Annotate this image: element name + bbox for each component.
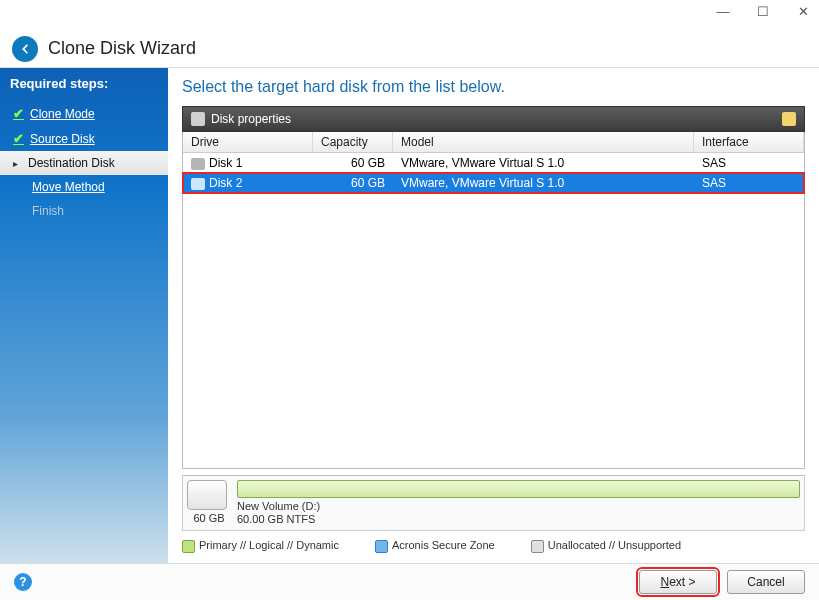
disk-properties-header: Disk properties	[182, 106, 805, 132]
step-clone-mode[interactable]: ✔Clone Mode	[10, 101, 158, 126]
col-model[interactable]: Model	[393, 132, 694, 152]
step-finish: Finish	[10, 199, 158, 223]
disk-preview: 60 GB New Volume (D:) 60.00 GB NTFS	[182, 475, 805, 531]
volume-name: New Volume (D:)	[237, 500, 800, 513]
step-source-disk[interactable]: ✔Source Disk	[10, 126, 158, 151]
volume-usage-bar	[237, 480, 800, 498]
wizard-header: Clone Disk Wizard	[0, 30, 819, 68]
disk-icon	[191, 158, 205, 170]
close-button[interactable]: ✕	[795, 4, 811, 19]
disk-thumbnail: 60 GB	[187, 480, 231, 526]
disk-shape-icon	[187, 480, 227, 510]
next-button[interactable]: Next >	[639, 570, 717, 594]
col-drive[interactable]: Drive	[183, 132, 313, 152]
main-panel: Select the target hard disk from the lis…	[168, 68, 819, 563]
columns-icon[interactable]	[782, 112, 796, 126]
wizard-title: Clone Disk Wizard	[48, 38, 196, 59]
panel-label: Disk properties	[211, 112, 291, 126]
check-icon: ✔	[13, 131, 24, 146]
arrow-left-icon	[18, 42, 32, 56]
help-button[interactable]: ?	[14, 573, 32, 591]
legend-chip-gray	[531, 540, 544, 553]
table-row[interactable]: Disk 1 60 GB VMware, VMware Virtual S 1.…	[183, 153, 804, 173]
disk-icon	[191, 112, 205, 126]
sidebar-heading: Required steps:	[10, 76, 158, 91]
legend-primary: Primary // Logical // Dynamic	[182, 539, 339, 553]
legend-chip-green	[182, 540, 195, 553]
steps-sidebar: Required steps: ✔Clone Mode ✔Source Disk…	[0, 68, 168, 563]
disk-icon	[191, 178, 205, 190]
col-capacity[interactable]: Capacity	[313, 132, 393, 152]
volume-detail: 60.00 GB NTFS	[237, 513, 800, 526]
minimize-button[interactable]: —	[715, 4, 731, 19]
table-header: Drive Capacity Model Interface	[183, 132, 804, 153]
col-interface[interactable]: Interface	[694, 132, 804, 152]
legend-chip-blue	[375, 540, 388, 553]
legend-unallocated: Unallocated // Unsupported	[531, 539, 681, 553]
back-button[interactable]	[12, 36, 38, 62]
legend-acronis: Acronis Secure Zone	[375, 539, 495, 553]
maximize-button[interactable]: ☐	[755, 4, 771, 19]
cancel-button[interactable]: Cancel	[727, 570, 805, 594]
step-move-method[interactable]: Move Method	[10, 175, 158, 199]
window-controls: — ☐ ✕	[0, 0, 819, 30]
disk-table: Drive Capacity Model Interface Disk 1 60…	[182, 132, 805, 194]
table-empty-area	[182, 194, 805, 469]
volume-bar[interactable]: New Volume (D:) 60.00 GB NTFS	[237, 480, 800, 526]
legend: Primary // Logical // Dynamic Acronis Se…	[182, 539, 805, 553]
page-heading: Select the target hard disk from the lis…	[182, 78, 805, 96]
table-row[interactable]: Disk 2 60 GB VMware, VMware Virtual S 1.…	[183, 173, 804, 193]
wizard-footer: ? Next > Cancel	[0, 563, 819, 600]
check-icon: ✔	[13, 106, 24, 121]
step-destination-disk[interactable]: Destination Disk	[0, 151, 168, 175]
